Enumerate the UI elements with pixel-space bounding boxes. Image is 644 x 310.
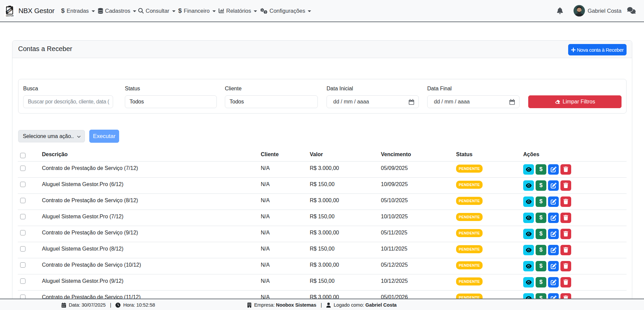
svg-text:GESTOR: GESTOR	[6, 15, 13, 17]
